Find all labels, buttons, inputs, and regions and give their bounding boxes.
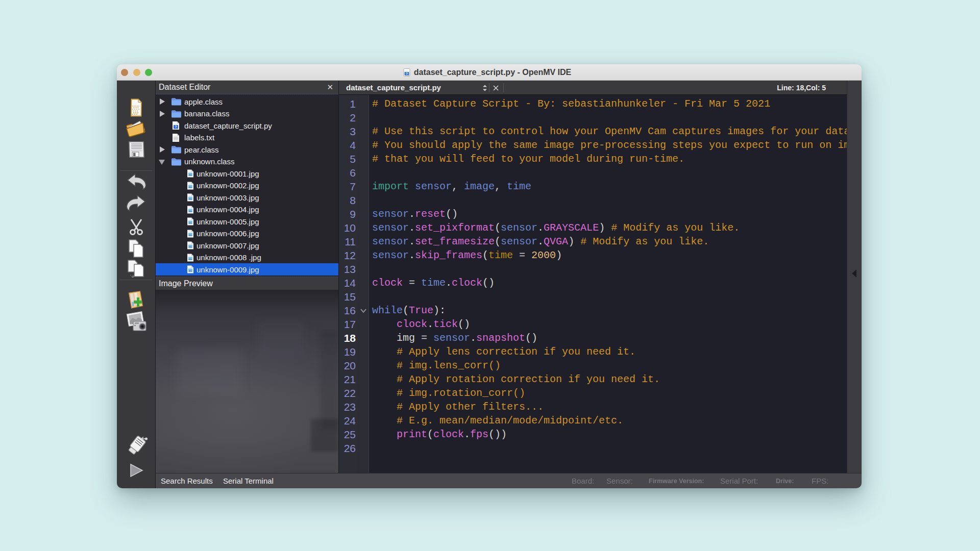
svg-text:?: ? bbox=[175, 125, 177, 129]
svg-text:?: ? bbox=[406, 72, 408, 76]
